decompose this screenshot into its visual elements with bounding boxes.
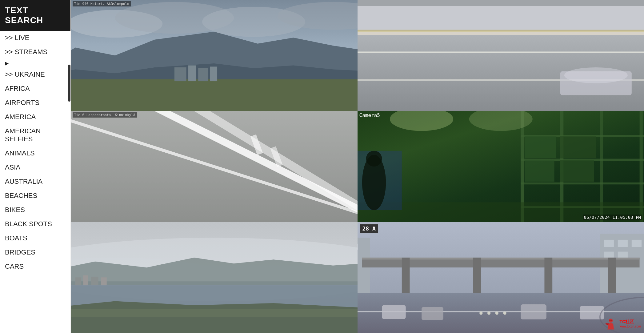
camera-cell-4[interactable]: Camera5 06/07/2024 11:05:03 PM [358, 111, 644, 222]
svg-point-47 [366, 150, 382, 166]
cam4-timestamp: 06/07/2024 11:05:03 PM [583, 215, 642, 220]
svg-rect-7 [71, 79, 358, 111]
camera-grid: Tie 940 Kolari, Äkäslompolo [71, 0, 644, 333]
watermark: TC TC社区 www.tccgn.com [603, 318, 641, 330]
svg-rect-17 [358, 32, 644, 35]
svg-rect-10 [198, 68, 208, 82]
sidebar-item-streams[interactable]: >> STREAMS [0, 45, 70, 59]
svg-rect-86 [521, 304, 546, 319]
sidebar-item-ukraine[interactable]: >> UKRAINE [0, 67, 70, 82]
speed-sign: 28 A [360, 224, 378, 233]
svg-rect-57 [101, 278, 107, 286]
svg-rect-9 [188, 66, 196, 82]
sidebar-item-america[interactable]: AMERICA [0, 110, 70, 124]
sidebar-item-asia[interactable]: ASIA [0, 160, 70, 175]
sidebar-item-boats[interactable]: BOATS [0, 231, 70, 245]
cam1-label: Tie 940 Kolari, Äkäslompolo [73, 1, 131, 6]
sidebar-item-beaches[interactable]: BEACHES [0, 189, 70, 203]
svg-rect-40 [525, 160, 554, 182]
sidebar-item-american-selfies[interactable]: AMERICAN SELFIES [0, 124, 70, 146]
sidebar-item-africa[interactable]: AFRICA [0, 82, 70, 96]
svg-point-19 [564, 67, 627, 83]
svg-point-89 [479, 311, 482, 315]
sidebar-item-live[interactable]: >> LIVE [0, 31, 70, 45]
svg-rect-70 [604, 240, 614, 247]
text-search-button[interactable]: TEXT SEARCH [0, 0, 70, 31]
svg-text:TC: TC [605, 322, 609, 326]
sidebar-item-airports[interactable]: AIRPORTS [0, 96, 70, 110]
svg-rect-38 [525, 136, 556, 158]
camera-cell-1[interactable]: Tie 940 Kolari, Äkäslompolo [71, 0, 358, 111]
svg-point-92 [503, 311, 506, 315]
svg-rect-8 [174, 67, 186, 81]
camera-cell-5[interactable] [71, 222, 358, 333]
svg-rect-71 [618, 240, 627, 247]
camera-cell-6[interactable]: 28 A TC TC社区 www.tccgn.com [358, 222, 644, 333]
sidebar-item-animals[interactable]: ANIMALS [0, 146, 70, 160]
svg-point-91 [495, 311, 498, 315]
svg-rect-85 [422, 307, 443, 320]
watermark-site-label: TC社区 [620, 319, 634, 325]
sidebar-item-cars[interactable]: CARS [0, 259, 70, 274]
svg-rect-72 [631, 240, 641, 247]
sidebar-item-black-spots[interactable]: BLACK SPOTS [0, 217, 70, 231]
svg-rect-54 [75, 278, 81, 286]
watermark-url: www.tccgn.com [620, 325, 641, 328]
cam4-label: Camera5 [359, 112, 380, 118]
camera-cell-3[interactable]: Tie 6 Lappeenranta, Kinninkylä [71, 111, 358, 222]
svg-rect-13 [358, 0, 644, 6]
camera-cell-2[interactable] [358, 0, 644, 111]
sidebar-item-bridges[interactable]: BRIDGES [0, 245, 70, 259]
sidebar: TEXT SEARCH >> LIVE >> STREAMS ▶ >> UKRA… [0, 0, 71, 333]
scrollbar[interactable] [68, 65, 70, 102]
svg-rect-59 [71, 309, 358, 317]
svg-rect-56 [91, 277, 98, 285]
svg-rect-15 [358, 51, 644, 53]
sidebar-item-collapse[interactable]: ▶ [0, 59, 70, 67]
svg-rect-36 [521, 183, 644, 184]
svg-rect-41 [560, 160, 594, 182]
svg-rect-39 [560, 136, 596, 158]
sidebar-item-bikes[interactable]: BIKES [0, 203, 70, 217]
svg-rect-55 [83, 275, 88, 285]
svg-rect-11 [210, 66, 217, 81]
svg-rect-84 [382, 305, 406, 319]
svg-point-90 [487, 311, 490, 315]
cam3-label: Tie 6 Lappeenranta, Kinninkylä [73, 112, 137, 118]
sidebar-item-australia[interactable]: AUSTRALIA [0, 175, 70, 189]
svg-rect-21 [358, 31, 644, 32]
svg-rect-65 [358, 244, 358, 250]
